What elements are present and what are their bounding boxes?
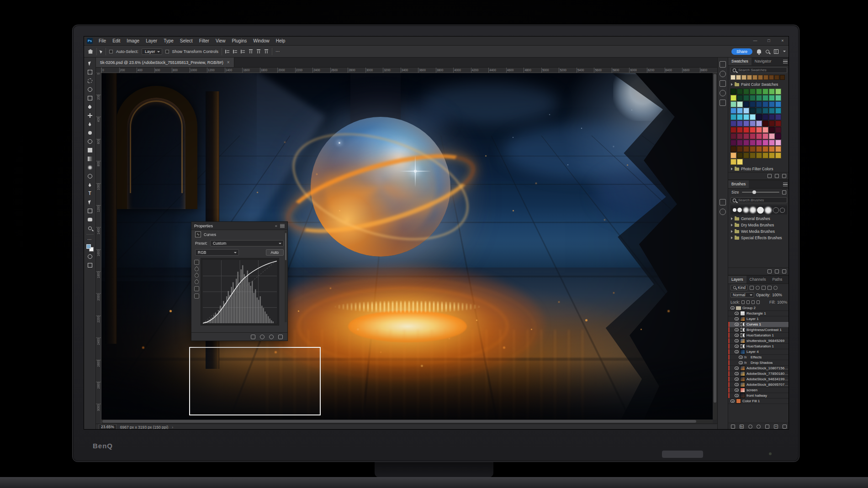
layer-row[interactable]: AdobeStock_860957070_Preview [728, 382, 789, 388]
minimize-button[interactable]: — [748, 37, 762, 45]
color-swatch[interactable] [758, 75, 763, 80]
tab-brushes[interactable]: Brushes [728, 180, 749, 188]
color-swatch[interactable] [769, 75, 774, 80]
delete-adjust-icon[interactable] [278, 335, 283, 339]
color-swatch[interactable] [780, 75, 785, 80]
monitor-control-bar[interactable] [662, 451, 703, 458]
brush-folder[interactable]: Special Effects Brushes [728, 235, 789, 241]
add-layer-mask-icon[interactable] [748, 425, 752, 429]
color-swatch[interactable] [775, 101, 781, 107]
layer-thumbnail[interactable] [740, 344, 745, 349]
new-group-icon[interactable] [765, 425, 769, 429]
color-swatch[interactable] [743, 121, 749, 126]
color-swatch[interactable] [741, 75, 746, 80]
swatch-group-header[interactable]: Paint Color Swatches [728, 81, 789, 88]
layer-row[interactable]: Curves 1 [728, 322, 789, 327]
blend-mode-dropdown[interactable]: Normal [730, 292, 754, 298]
color-swatch[interactable] [762, 127, 768, 133]
brush-preview[interactable] [765, 207, 772, 214]
color-swatch[interactable] [775, 127, 781, 133]
color-swatch[interactable] [737, 108, 743, 114]
menu-item[interactable]: Help [273, 37, 289, 45]
gradient-tool[interactable] [86, 155, 94, 163]
layer-thumbnail[interactable] [736, 399, 741, 404]
color-swatch[interactable] [737, 140, 743, 146]
eraser-tool[interactable] [86, 147, 94, 154]
collapsed-panel-icon[interactable] [720, 71, 726, 77]
show-transform-checkbox[interactable] [165, 50, 169, 53]
color-swatch[interactable] [756, 101, 762, 107]
new-brush-icon[interactable] [775, 269, 779, 273]
color-swatch[interactable] [737, 127, 743, 133]
color-swatch[interactable] [730, 114, 736, 120]
pencil-curve-icon[interactable] [194, 286, 199, 291]
color-swatch[interactable] [743, 127, 749, 133]
curves-graph[interactable] [201, 258, 279, 325]
color-swatch[interactable] [750, 95, 756, 101]
align-center-icon[interactable] [233, 49, 238, 54]
color-swatch[interactable] [762, 140, 768, 146]
color-swatch[interactable] [743, 133, 749, 139]
gray-point-eyedropper-icon[interactable] [194, 273, 200, 278]
panel-menu-icon[interactable] [280, 224, 285, 228]
layer-row[interactable]: Layer 1 [728, 316, 789, 322]
color-swatch[interactable] [775, 89, 781, 94]
brush-preview[interactable] [780, 208, 785, 213]
color-swatch[interactable] [737, 159, 743, 165]
eyedropper-tool[interactable] [86, 103, 94, 110]
layer-filter-kind-dropdown[interactable]: Kind [730, 285, 748, 290]
filter-shape-layers-icon[interactable] [767, 286, 772, 290]
more-options-icon[interactable]: ⋯ [275, 49, 281, 54]
color-swatch[interactable] [730, 152, 736, 158]
screen-mode-button[interactable] [86, 262, 94, 269]
link-layers-icon[interactable] [731, 425, 735, 429]
trash-icon[interactable] [782, 269, 786, 273]
selection-rectangle[interactable] [189, 347, 321, 415]
healing-brush-tool[interactable] [86, 112, 94, 119]
color-swatch[interactable] [750, 89, 756, 94]
color-swatch[interactable] [730, 146, 736, 152]
color-swatch[interactable] [769, 89, 775, 94]
color-swatch[interactable] [756, 146, 762, 152]
color-swatch[interactable] [762, 152, 768, 158]
brush-folder[interactable]: Wet Media Brushes [728, 228, 789, 235]
properties-scrollbar[interactable] [285, 231, 287, 322]
align-top-icon[interactable] [249, 49, 253, 54]
color-swatch[interactable] [750, 140, 756, 146]
color-swatch[interactable] [730, 89, 736, 94]
color-swatch[interactable] [769, 101, 775, 107]
layer-thumbnail[interactable] [740, 371, 745, 376]
align-right-icon[interactable] [241, 49, 245, 54]
color-swatch[interactable] [730, 127, 736, 133]
collapsed-panel-icon[interactable] [720, 90, 726, 96]
pen-tool[interactable] [86, 181, 94, 189]
layer-visibility-toggle[interactable] [735, 394, 739, 397]
collapsed-panel-icon[interactable] [720, 80, 726, 87]
tab-layers[interactable]: Layers [728, 276, 746, 283]
edit-toolbar-icon[interactable]: ⋯ [87, 237, 92, 242]
filter-type-layers-icon[interactable] [762, 286, 766, 290]
new-swatch-icon[interactable] [775, 174, 779, 178]
brush-preview[interactable] [737, 208, 742, 212]
brush-folder[interactable]: Dry Media Brushes [728, 222, 789, 228]
color-swatch[interactable] [756, 127, 762, 133]
brush-preview[interactable] [733, 208, 736, 212]
layer-thumbnail[interactable] [744, 360, 749, 365]
lock-all-icon[interactable] [757, 300, 760, 304]
color-swatch[interactable] [743, 152, 749, 158]
color-swatch[interactable] [756, 114, 762, 120]
color-swatch[interactable] [769, 95, 775, 101]
layer-visibility-toggle[interactable] [735, 367, 739, 370]
swatches-search-input[interactable] [738, 68, 785, 72]
collapsed-panel-icon[interactable] [720, 61, 726, 68]
color-swatch[interactable] [775, 152, 781, 158]
preset-dropdown[interactable]: Custom [210, 240, 284, 247]
layer-row[interactable]: Layer 4 [728, 349, 789, 355]
color-swatch[interactable] [750, 152, 756, 158]
color-swatch[interactable] [775, 108, 781, 114]
layer-visibility-toggle[interactable] [735, 372, 739, 375]
layer-visibility-toggle[interactable] [730, 399, 735, 403]
color-swatch[interactable] [775, 95, 781, 101]
black-point-eyedropper-icon[interactable] [194, 266, 200, 272]
collapse-panel-icon[interactable]: « [275, 224, 277, 228]
